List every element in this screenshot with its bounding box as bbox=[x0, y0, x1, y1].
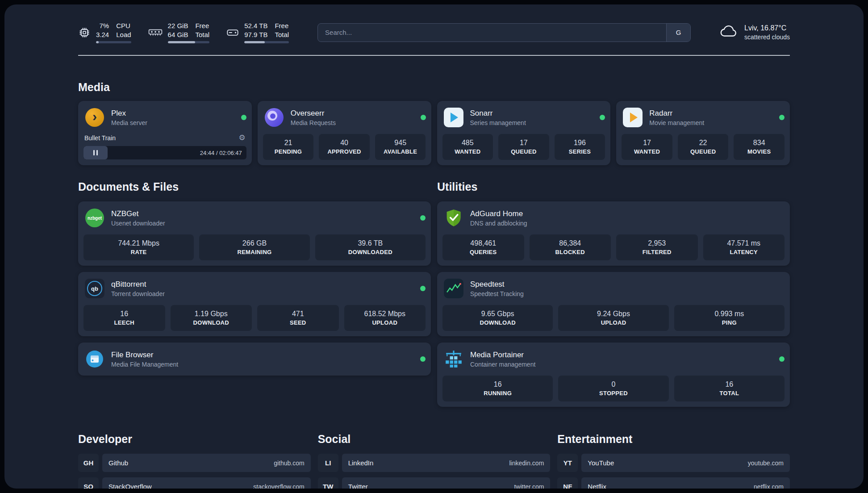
app-card-adguard[interactable]: AdGuard Home DNS and adblocking 498,461Q… bbox=[437, 201, 790, 266]
stat-tile: 498,461QUERIES bbox=[442, 234, 524, 260]
link-twitter[interactable]: TW Twittertwitter.com bbox=[318, 477, 551, 489]
status-dot bbox=[420, 215, 426, 221]
documents-column: Documents & Files nzbget NZBGet Usenet d… bbox=[78, 180, 431, 376]
weather-widget[interactable]: Lviv, 16.87°C scattered clouds bbox=[719, 23, 790, 41]
stat-label: APPROVED bbox=[327, 148, 361, 155]
search-engine-button[interactable]: G bbox=[666, 24, 690, 42]
app-name: Plex bbox=[111, 109, 147, 118]
cpu-load-value: 3.24 bbox=[96, 30, 109, 39]
stat-value: 47.571 ms bbox=[727, 239, 760, 247]
stat-value: 1.19 Gbps bbox=[195, 310, 228, 318]
app-card-sonarr[interactable]: Sonarr Series management 485WANTED 17QUE… bbox=[437, 101, 611, 165]
qbittorrent-icon: qb bbox=[83, 277, 106, 300]
stat-value: 0.993 ms bbox=[714, 310, 744, 318]
stat-label: QUERIES bbox=[470, 249, 497, 255]
app-name: Media Portainer bbox=[470, 351, 535, 359]
stat-label: SERIES bbox=[569, 148, 591, 155]
stat-label: RATE bbox=[131, 249, 147, 255]
link-name: Github bbox=[108, 459, 128, 467]
app-name: Radarr bbox=[649, 109, 704, 118]
player-progress-bar[interactable]: 24:44 / 02:06:47 bbox=[83, 146, 246, 159]
now-playing-title: Bullet Train bbox=[84, 134, 116, 142]
filebrowser-icon bbox=[83, 348, 106, 370]
sonarr-icon bbox=[442, 106, 465, 129]
app-name: Sonarr bbox=[470, 109, 526, 118]
entertainment-links-column: Entertainment YT YouTubeyoutube.com NF N… bbox=[557, 433, 790, 489]
stat-value: 16 bbox=[120, 310, 128, 318]
plex-icon: › bbox=[83, 106, 106, 129]
stat-label: STOPPED bbox=[599, 390, 628, 397]
link-linkedin[interactable]: LI LinkedInlinkedin.com bbox=[318, 454, 551, 472]
link-name: YouTube bbox=[588, 459, 614, 467]
link-badge: LI bbox=[318, 454, 338, 472]
weather-condition: scattered clouds bbox=[744, 33, 790, 42]
stat-tile: 17QUEUED bbox=[498, 134, 549, 160]
entertainment-section-title: Entertainment bbox=[557, 433, 790, 446]
settings-gear-icon[interactable]: ⚙ bbox=[239, 133, 246, 142]
stat-label: QUEUED bbox=[690, 148, 716, 155]
social-links-column: Social LI LinkedInlinkedin.com TW Twitte… bbox=[318, 433, 551, 489]
stat-value: 22 bbox=[699, 139, 707, 147]
media-section: Media › Plex Media server Bullet Train ⚙ bbox=[78, 81, 790, 165]
status-dot bbox=[421, 115, 426, 120]
stat-tile: 21PENDING bbox=[263, 134, 314, 160]
search-box: G bbox=[317, 23, 691, 42]
stat-value: 266 GB bbox=[242, 239, 267, 247]
ram-total-label: Total bbox=[195, 30, 209, 39]
ram-icon bbox=[148, 28, 163, 38]
app-card-overseerr[interactable]: Overseerr Media Requests 21PENDING 40APP… bbox=[258, 101, 431, 165]
stat-tile: 40APPROVED bbox=[319, 134, 370, 160]
stat-tile: 16RUNNING bbox=[442, 376, 553, 401]
app-card-qbittorrent[interactable]: qb qBittorrent Torrent downloader 16LEEC… bbox=[78, 272, 431, 336]
status-dot bbox=[420, 356, 426, 362]
stat-value: 2,953 bbox=[648, 239, 666, 247]
stat-value: 744.21 Mbps bbox=[118, 239, 159, 247]
link-stackoverflow[interactable]: SO StackOverflowstackoverflow.com bbox=[78, 477, 311, 489]
link-url: stackoverflow.com bbox=[253, 483, 304, 489]
status-dot bbox=[600, 115, 605, 120]
cpu-monitor: 7% 3.24 CPU Load bbox=[78, 21, 131, 43]
stat-value: 17 bbox=[520, 139, 528, 147]
stat-tile: 2,953FILTERED bbox=[616, 234, 698, 260]
developer-section-title: Developer bbox=[78, 433, 311, 446]
app-card-nzbget[interactable]: nzbget NZBGet Usenet downloader 744.21 M… bbox=[78, 201, 431, 266]
radarr-icon bbox=[622, 106, 644, 129]
stat-label: QUEUED bbox=[511, 148, 536, 155]
stat-value: 0 bbox=[612, 380, 616, 389]
stat-tile: 945AVAILABLE bbox=[375, 134, 426, 160]
pause-button[interactable] bbox=[83, 146, 108, 159]
app-subtitle: Media server bbox=[111, 119, 147, 126]
app-card-filebrowser[interactable]: File Browser Media File Management bbox=[78, 343, 431, 376]
dashboard-panel: 7% 3.24 CPU Load bbox=[4, 4, 864, 489]
link-netflix[interactable]: NF Netflixnetflix.com bbox=[557, 477, 790, 489]
stat-label: AVAILABLE bbox=[384, 148, 417, 155]
search-input[interactable] bbox=[318, 29, 666, 36]
stat-tile: 9.65 GbpsDOWNLOAD bbox=[442, 305, 553, 331]
stat-label: SEED bbox=[290, 319, 306, 326]
status-dot bbox=[241, 115, 246, 120]
stat-tile: 834MOVIES bbox=[734, 134, 785, 160]
cpu-usage-bar bbox=[96, 41, 131, 43]
speedtest-chart-icon bbox=[442, 277, 465, 300]
app-subtitle: Torrent downloader bbox=[111, 290, 165, 297]
link-youtube[interactable]: YT YouTubeyoutube.com bbox=[557, 454, 790, 472]
top-bar: 7% 3.24 CPU Load bbox=[78, 21, 790, 43]
disk-free-label: Free bbox=[275, 21, 289, 30]
stat-label: DOWNLOADED bbox=[348, 249, 392, 255]
disk-total-value: 97.9 TB bbox=[244, 30, 267, 39]
app-card-speedtest[interactable]: Speedtest Speedtest Tracking 9.65 GbpsDO… bbox=[437, 272, 790, 336]
stat-label: BLOCKED bbox=[555, 249, 585, 255]
app-card-portainer[interactable]: Media Portainer Container management 16R… bbox=[437, 343, 790, 407]
stat-value: 9.65 Gbps bbox=[481, 310, 514, 318]
link-badge: SO bbox=[78, 477, 99, 489]
stat-tile: 22QUEUED bbox=[678, 134, 729, 160]
app-card-radarr[interactable]: Radarr Movie management 17WANTED 22QUEUE… bbox=[616, 101, 790, 165]
app-subtitle: Series management bbox=[470, 119, 526, 126]
stat-label: WANTED bbox=[455, 148, 480, 155]
stat-tile: 47.571 msLATENCY bbox=[703, 234, 785, 260]
link-github[interactable]: GH Githubgithub.com bbox=[78, 454, 311, 472]
stat-label: DOWNLOAD bbox=[480, 319, 515, 326]
app-card-plex[interactable]: › Plex Media server Bullet Train ⚙ 24:44… bbox=[78, 101, 252, 165]
stat-tile: 9.24 GbpsUPLOAD bbox=[558, 305, 668, 331]
app-name: qBittorrent bbox=[111, 280, 165, 289]
